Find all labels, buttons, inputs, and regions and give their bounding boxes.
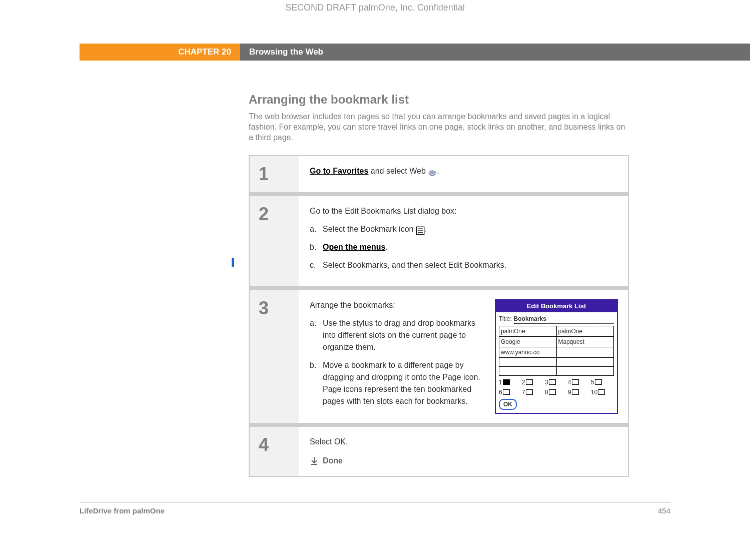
watermark-text: SECOND DRAFT palmOne, Inc. Confidential [0, 3, 750, 13]
step-row: 1 Go to Favorites and select Web . [250, 156, 628, 192]
svg-point-0 [429, 171, 436, 176]
substep: a. Select the Bookmark icon . [310, 223, 618, 235]
dialog-title-field: Title: Bookmarks [499, 314, 614, 324]
section-intro: The web browser includes ten pages so th… [249, 112, 629, 143]
bookmark-slot [499, 357, 557, 366]
step-lead: Go to the Edit Bookmarks List dialog box… [310, 205, 618, 217]
done-arrow-icon [310, 456, 319, 465]
bookmark-slot: Google [499, 336, 557, 347]
substep-text: Select the Bookmark icon [323, 225, 416, 233]
substep: b. Move a bookmark to a different page b… [310, 359, 485, 407]
bookmark-slot [499, 366, 557, 375]
step-row: 2 Go to the Edit Bookmarks List dialog b… [250, 192, 628, 286]
substep-letter: c. [310, 259, 323, 271]
substep-letter: b. [310, 359, 323, 407]
substep-text: Move a bookmark to a different page by d… [323, 359, 485, 407]
done-label: Done [323, 455, 343, 467]
substep: c. Select Bookmarks, and then select Edi… [310, 259, 618, 271]
page-icon: 9 [568, 388, 586, 397]
substep-letter: a. [310, 223, 323, 235]
page-icon: 8 [545, 388, 563, 397]
page-icon: 7 [522, 388, 540, 397]
step-number: 2 [250, 196, 300, 286]
bookmark-slot: palmOne [499, 326, 557, 336]
open-menus-link[interactable]: Open the menus [323, 243, 385, 251]
step-row: 4 Select OK. Done [250, 423, 628, 476]
revision-change-bar [232, 258, 234, 267]
step-text: and select Web [368, 167, 428, 175]
step-row: 3 Arrange the bookmarks: a. Use the styl… [250, 286, 628, 423]
step-body: Arrange the bookmarks: a. Use the stylus… [300, 290, 628, 423]
page-icons-row: 1 2 3 4 5 6 7 8 9 10 [499, 378, 614, 397]
page-icon: 6 [499, 388, 517, 397]
section-heading: Arranging the bookmark list [249, 93, 629, 107]
bookmark-slot: Mapquest [556, 336, 614, 347]
step-body: Go to the Edit Bookmarks List dialog box… [300, 196, 628, 286]
substep-text: Select Bookmarks, and then select Edit B… [323, 259, 506, 271]
footer-divider [80, 502, 670, 502]
go-to-favorites-link[interactable]: Go to Favorites [310, 167, 368, 175]
main-content: Arranging the bookmark list The web brow… [249, 93, 629, 477]
page-icon: 1 [499, 378, 517, 387]
bookmark-slot [556, 366, 614, 375]
step-body: Go to Favorites and select Web . [300, 156, 628, 192]
bookmark-slot [556, 347, 614, 357]
substep-text: . [385, 243, 387, 251]
step-lead: Select OK. [310, 436, 618, 448]
bookmark-slot-grid: palmOnepalmOne GoogleMapquest www.yahoo.… [499, 326, 614, 376]
substep-text: Use the stylus to drag and drop bookmark… [323, 317, 485, 353]
substep-letter: a. [310, 317, 323, 353]
substep: a. Use the stylus to drag and drop bookm… [310, 317, 485, 353]
steps-table: 1 Go to Favorites and select Web . 2 Go … [249, 155, 629, 477]
substep: b. Open the menus. [310, 241, 618, 253]
step-body: Select OK. Done [300, 427, 628, 476]
edit-bookmark-dialog: Edit Bookmark List Title: Bookmarks palm… [495, 299, 618, 414]
dialog-field-label: Title: [499, 314, 512, 323]
bookmark-slot: palmOne [556, 326, 614, 336]
chapter-bar: CHAPTER 20 Browsing the Web [0, 44, 750, 61]
step-number: 3 [250, 290, 300, 423]
bookmark-slot: www.yahoo.co [499, 347, 557, 357]
page-icon: 4 [568, 378, 586, 387]
page-icon: 3 [545, 378, 563, 387]
bookmark-slot [556, 357, 614, 366]
done-indicator: Done [310, 455, 618, 467]
dialog-title: Edit Bookmark List [496, 300, 617, 312]
step-lead: Arrange the bookmarks: [310, 299, 485, 311]
step-number: 1 [250, 156, 300, 192]
substep-text: . [425, 225, 427, 233]
footer-product: LifeDrive from palmOne [80, 506, 165, 515]
substep-letter: b. [310, 241, 323, 253]
dialog-field-value: Bookmarks [514, 314, 614, 324]
step-text: . [437, 167, 439, 175]
dialog-ok-button: OK [499, 399, 517, 410]
page-footer: LifeDrive from palmOne 454 [80, 506, 670, 515]
footer-page-number: 454 [658, 506, 670, 515]
page-icon: 5 [591, 378, 609, 387]
web-icon [428, 168, 437, 175]
page-icon: 10 [591, 388, 609, 397]
page-icon: 2 [522, 378, 540, 387]
chapter-title: Browsing the Web [240, 44, 750, 61]
chapter-number: CHAPTER 20 [80, 44, 240, 61]
bookmark-icon [416, 226, 425, 233]
step-number: 4 [250, 427, 300, 476]
chapter-left-pad [0, 44, 80, 61]
